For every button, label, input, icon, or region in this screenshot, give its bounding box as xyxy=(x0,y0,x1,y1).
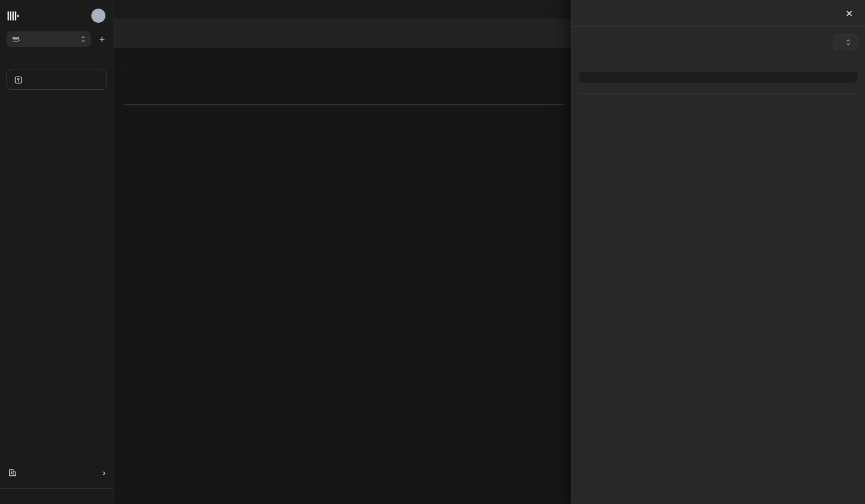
chevron-updown-icon xyxy=(846,39,850,46)
service-selector-row: aws + xyxy=(6,31,107,47)
recent-queries-section xyxy=(114,78,571,105)
sidebar-spacer xyxy=(6,90,107,460)
organization-heading xyxy=(6,460,107,465)
time-range-select[interactable] xyxy=(834,35,857,50)
sidebar: aws + › xyxy=(0,0,114,504)
chart-section xyxy=(114,48,571,78)
panel-header: ✕ xyxy=(571,0,865,27)
query-history xyxy=(579,94,857,117)
avatar[interactable] xyxy=(91,9,105,23)
query-detail xyxy=(580,104,856,108)
chevron-right-icon: › xyxy=(103,468,105,477)
mini-chart-card xyxy=(579,72,857,83)
organization-item[interactable]: › xyxy=(6,465,107,480)
connect-icon xyxy=(14,75,23,84)
close-icon[interactable]: ✕ xyxy=(846,9,853,18)
connect-button[interactable] xyxy=(6,70,107,90)
service-select[interactable]: aws xyxy=(6,31,91,47)
sidebar-divider xyxy=(0,488,113,489)
stats-band xyxy=(114,18,571,48)
recent-queries-table xyxy=(124,104,565,105)
building-icon xyxy=(8,468,17,477)
breadcrumb xyxy=(114,0,571,18)
panel-body xyxy=(571,27,865,117)
chart-tab-group xyxy=(124,70,125,71)
clickhouse-logo-icon xyxy=(8,11,19,21)
add-service-button[interactable]: + xyxy=(97,33,107,45)
history-header xyxy=(580,94,856,104)
svg-text:aws: aws xyxy=(12,36,19,40)
query-information-panel: ✕ xyxy=(571,0,865,504)
chevron-updown-icon xyxy=(81,36,85,43)
brand-row xyxy=(6,5,107,31)
main-content xyxy=(114,0,571,504)
aws-icon: aws xyxy=(12,36,21,42)
